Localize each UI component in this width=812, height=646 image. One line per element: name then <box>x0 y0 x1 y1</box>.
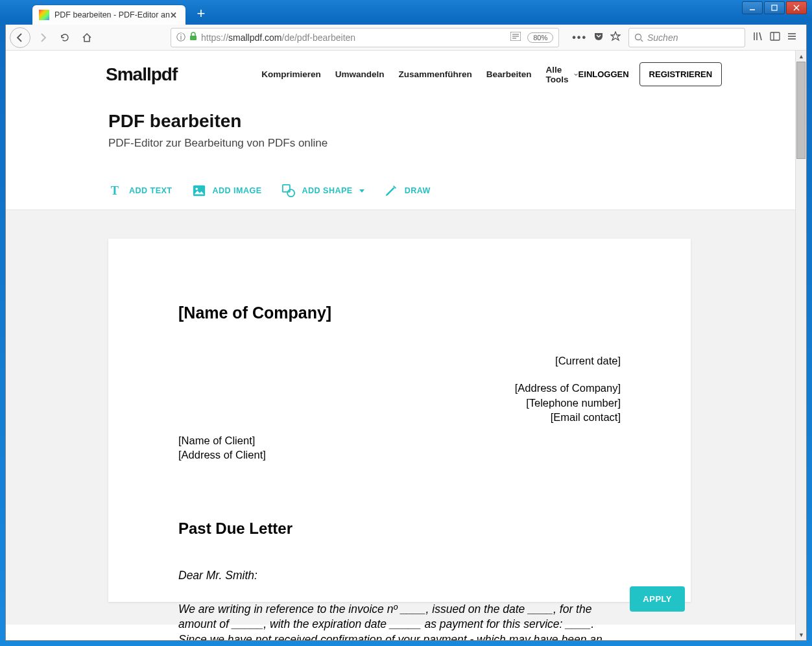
doc-current-date: [Current date] <box>178 353 621 368</box>
search-placeholder: Suchen <box>647 32 678 43</box>
site-header: Smallpdf Komprimieren Umwandeln Zusammen… <box>6 51 795 86</box>
doc-client-address: [Address of Client] <box>178 448 621 462</box>
doc-body: We are writing in reference to the invoi… <box>178 602 621 640</box>
svg-point-21 <box>195 187 198 190</box>
doc-company-address: [Address of Company] <box>178 381 621 395</box>
scroll-up-arrow[interactable]: ▲ <box>796 51 806 62</box>
add-image-label: ADD IMAGE <box>213 186 262 195</box>
doc-client-name: [Name of Client] <box>178 433 621 448</box>
lock-icon <box>189 32 197 43</box>
url-path: /de/pdf-bearbeiten <box>282 32 356 43</box>
editor-canvas[interactable]: [Name of Company] [Current date] [Addres… <box>6 209 795 625</box>
doc-salutation: Dear Mr. Smith: <box>178 569 621 582</box>
home-button[interactable] <box>77 28 97 47</box>
reload-button[interactable] <box>55 28 75 47</box>
close-window-button[interactable] <box>786 1 807 14</box>
close-tab-icon[interactable]: ✕ <box>170 10 179 19</box>
draw-label: DRAW <box>405 186 431 195</box>
vertical-scrollbar[interactable]: ▲ ▼ <box>795 51 806 640</box>
site-nav: Komprimieren Umwandeln Zusammenführen Be… <box>261 65 578 84</box>
url-prefix: https:// <box>201 32 228 43</box>
svg-rect-4 <box>190 36 197 40</box>
browser-toolbar: ⓘ https://smallpdf.com/de/pdf-bearbeiten… <box>6 25 806 51</box>
add-text-tool[interactable]: T ADD TEXT <box>108 184 173 198</box>
shape-icon <box>281 184 296 198</box>
nav-edit[interactable]: Bearbeiten <box>486 65 532 84</box>
nav-convert[interactable]: Umwandeln <box>335 65 385 84</box>
draw-tool[interactable]: DRAW <box>384 184 431 198</box>
doc-telephone: [Telephone number] <box>178 396 621 410</box>
back-button[interactable] <box>10 27 30 48</box>
editor-toolbar: T ADD TEXT ADD IMAGE ADD SHAPE DRA <box>108 184 795 209</box>
pencil-icon <box>384 184 398 198</box>
page-title: PDF bearbeiten <box>108 111 795 132</box>
text-icon: T <box>108 184 123 198</box>
add-text-label: ADD TEXT <box>129 186 173 195</box>
doc-heading: Past Due Letter <box>178 520 621 538</box>
chevron-down-icon <box>359 189 364 193</box>
site-info-icon[interactable]: ⓘ <box>176 32 185 43</box>
nav-all-tools-label: Alle Tools <box>546 65 571 84</box>
doc-email: [Email contact] <box>178 410 621 424</box>
tab-title: PDF bearbeiten - PDF-Editor an <box>54 10 170 19</box>
svg-text:T: T <box>111 184 119 197</box>
svg-line-10 <box>641 40 643 42</box>
doc-company-name: [Name of Company] <box>178 304 621 322</box>
hamburger-menu-icon[interactable] <box>787 31 797 44</box>
reader-mode-icon[interactable] <box>510 32 521 43</box>
search-bar[interactable]: Suchen <box>628 28 745 47</box>
svg-point-23 <box>287 189 294 197</box>
minimize-button[interactable] <box>742 1 763 14</box>
register-button[interactable]: REGISTRIEREN <box>639 62 722 86</box>
maximize-button[interactable] <box>764 1 785 14</box>
page-subtitle: PDF-Editor zur Bearbeitung von PDFs onli… <box>108 137 795 150</box>
url-host: smallpdf.com <box>228 32 281 43</box>
add-shape-tool[interactable]: ADD SHAPE <box>281 184 364 198</box>
nav-merge[interactable]: Zusammenführen <box>399 65 472 84</box>
image-icon <box>192 184 206 198</box>
address-bar[interactable]: ⓘ https://smallpdf.com/de/pdf-bearbeiten… <box>171 28 559 47</box>
svg-rect-14 <box>770 32 780 40</box>
login-link[interactable]: EINLOGGEN <box>579 69 629 79</box>
library-icon[interactable] <box>753 31 763 44</box>
scroll-down-arrow[interactable]: ▼ <box>796 629 806 640</box>
bookmark-star-icon[interactable] <box>610 31 621 44</box>
svg-rect-20 <box>193 185 204 197</box>
add-shape-label: ADD SHAPE <box>302 186 353 195</box>
forward-button[interactable] <box>33 28 53 47</box>
tab-favicon <box>39 10 49 20</box>
site-logo[interactable]: Smallpdf <box>106 64 177 85</box>
svg-rect-1 <box>772 5 777 10</box>
sidebar-icon[interactable] <box>770 31 780 44</box>
zoom-badge[interactable]: 80% <box>527 32 553 43</box>
new-tab-button[interactable]: + <box>192 6 210 24</box>
svg-point-9 <box>636 34 641 40</box>
pdf-page[interactable]: [Name of Company] [Current date] [Addres… <box>108 239 691 602</box>
scroll-thumb[interactable] <box>796 62 806 159</box>
nav-all-tools[interactable]: Alle Tools <box>546 65 579 84</box>
browser-tab[interactable]: PDF bearbeiten - PDF-Editor an ✕ <box>32 5 185 25</box>
page-actions-icon[interactable]: ••• <box>572 32 587 43</box>
nav-compress[interactable]: Komprimieren <box>261 65 321 84</box>
apply-button[interactable]: APPLY <box>630 586 685 612</box>
add-image-tool[interactable]: ADD IMAGE <box>192 184 262 198</box>
svg-line-13 <box>759 32 761 40</box>
pocket-icon[interactable] <box>593 31 604 44</box>
